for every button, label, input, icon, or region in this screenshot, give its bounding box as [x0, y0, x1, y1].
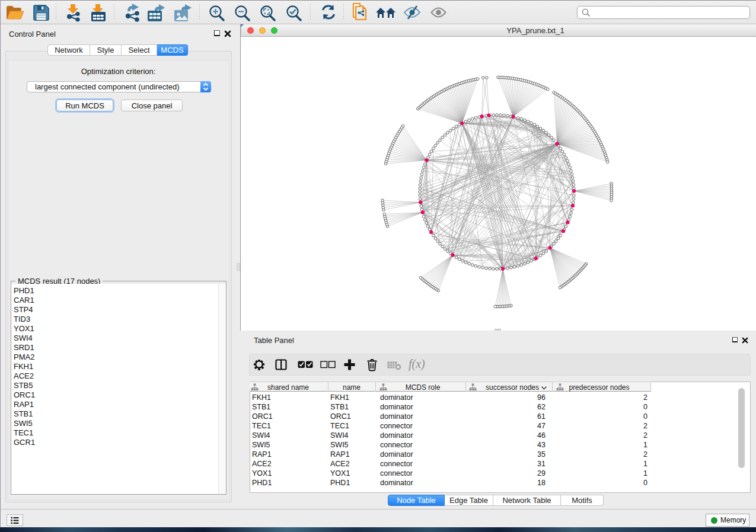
svg-text:f(x): f(x) [409, 358, 425, 371]
